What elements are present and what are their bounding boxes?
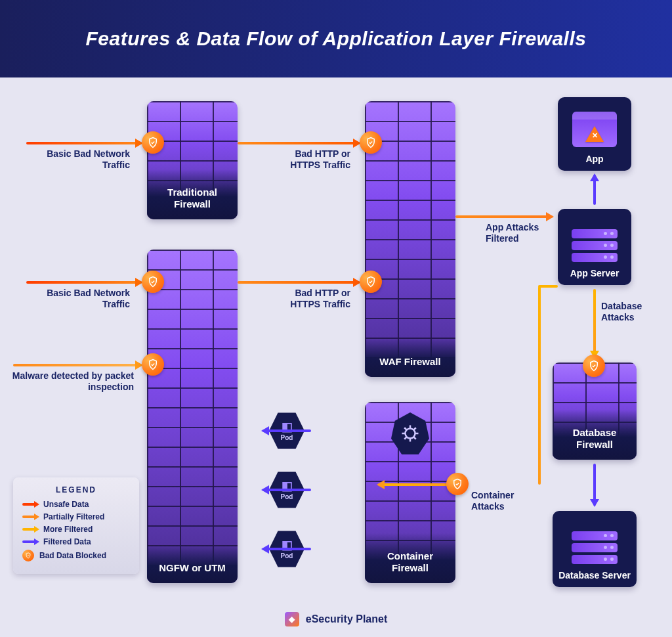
note-app-attacks: App Attacks Filtered [486,222,558,244]
legend-item-partial: Partially Filtered [22,512,130,521]
kubernetes-icon [391,412,429,454]
note-bad-http-1: Bad HTTP or HTTPS Traffic [265,148,350,171]
legend-item-blocked: Bad Data Blocked [22,550,130,561]
server-icon [572,227,618,264]
note-container-attacks: Container Attacks [471,490,537,512]
legend-item-unsafe: Unsafe Data [22,500,130,509]
arrow-partial [238,281,360,284]
note-basic-bad-2: Basic Bad Network Traffic [38,288,130,310]
brand-footer: ◆ eSecurity Planet [0,612,672,626]
brand-name: eSecurity Planet [306,613,388,625]
shield-icon [142,353,164,376]
note-basic-bad-1: Basic Bad Network Traffic [38,148,130,171]
brand-logo-icon: ◆ [285,612,299,626]
note-db-attacks: Database Attacks [601,301,660,323]
svg-line-8 [413,428,416,430]
warning-icon [585,126,604,142]
note-malware: Malware detected by packet inspection [9,370,134,393]
card-label: App [585,154,603,164]
arrow-partial [238,142,360,144]
app-server-card: App Server [558,209,631,285]
database-firewall: Database Firewall [553,362,637,460]
card-label: App Server [570,268,620,278]
arrow-unsafe [26,281,142,284]
database-server-card: Database Server [553,511,637,587]
server-icon [572,529,618,566]
note-bad-http-2: Bad HTTP or HTTPS Traffic [265,288,350,310]
arrow-filtered [262,489,311,491]
card-label: Database Server [558,570,631,581]
legend-item-more: More Filtered [22,525,130,534]
shield-icon [142,131,164,154]
wall-label: WAF Firewall [365,339,455,377]
arrow-swatch-icon [22,526,38,533]
shield-icon [446,473,469,495]
connector-line [538,286,541,485]
wall-label: Traditional Firewall [147,169,238,219]
arrow-filtered [262,548,311,550]
svg-line-6 [413,437,416,439]
shield-icon [142,271,164,293]
shield-icon [360,271,382,293]
app-card: App [558,97,631,171]
arrow-swatch-icon [22,538,38,545]
ngfw-firewall: NGFW or UTM [147,250,238,583]
diagram-canvas: Traditional Firewall NGFW or UTM WAF Fir… [0,77,672,637]
legend-title: LEGEND [22,485,130,494]
svg-line-7 [404,437,407,439]
legend-box: LEGEND Unsafe Data Partially Filtered Mo… [13,477,139,574]
arrow-swatch-icon [22,501,38,508]
arrow-filtered [262,429,311,432]
app-window-icon [572,112,617,147]
arrow-partial [455,215,553,218]
arrow-filtered [593,175,596,205]
shield-icon [22,550,34,561]
arrow-more-filtered [593,289,596,357]
wall-label: Database Firewall [553,410,637,460]
arrow-swatch-icon [22,514,38,520]
shield-icon [583,355,605,377]
traditional-firewall: Traditional Firewall [147,101,238,219]
shield-icon [360,131,382,154]
arrow-partial [13,364,142,366]
helm-wheel-icon [400,424,420,443]
legend-item-filtered: Filtered Data [22,537,130,546]
svg-line-5 [404,428,407,430]
wall-label: Container Firewall [365,533,455,583]
arrow-filtered [593,464,596,506]
wall-label: NGFW or UTM [147,545,238,583]
arrow-unsafe [26,142,142,144]
page-title: Features & Data Flow of Application Laye… [0,0,672,77]
connector-line [538,285,558,288]
